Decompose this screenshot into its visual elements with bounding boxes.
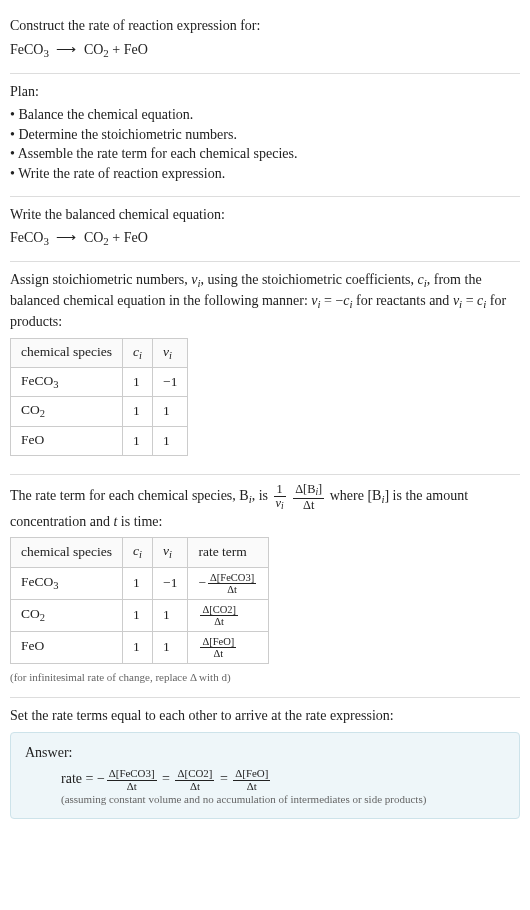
relation-1: νi = −ci [311,293,352,308]
sign: − [198,574,206,589]
col-nui: νi [153,538,188,567]
cell-ci: 1 [123,599,153,631]
equals: = [162,772,173,787]
reactant: FeCO3 [10,42,49,57]
cell-nui: −1 [153,368,188,397]
text: , is [252,489,272,504]
c-i: ci [418,272,427,287]
plan-item: Write the rate of reaction expression. [10,164,520,184]
balanced-equation: FeCO3 ⟶ CO2 + FeO [10,228,520,249]
table-row: FeO 1 1 Δ[FeO]Δt [11,631,269,663]
answer-box: Answer: rate = −Δ[FeCO3]Δt = Δ[CO2]Δt = … [10,732,520,819]
table-row: CO2 1 1 Δ[CO2]Δt [11,599,269,631]
intro-section: Construct the rate of reaction expressio… [10,8,520,74]
num: 1 [274,483,286,497]
dt: Δt [303,498,314,512]
table-row: FeO 1 1 [11,426,188,455]
answer-label: Answer: [25,743,505,763]
cell-ci: 1 [123,397,153,426]
text: , using the stoichiometric coefficients, [200,272,417,287]
frac: Δ[FeCO3]Δt [206,572,258,595]
cell-species: FeCO3 [11,368,123,397]
cell-species: CO2 [11,397,123,426]
neg-sign: − [97,772,105,787]
col-nui: νi [153,338,188,367]
product-1: CO2 [84,230,109,245]
name-sub: 3 [53,379,58,390]
reactant-sub: 3 [43,235,48,247]
table-header-row: chemical species ci νi rate term [11,538,269,567]
nu-sub: i [281,501,284,512]
text: is time: [117,514,162,529]
num: Δ[CO2] [175,768,214,780]
frac: Δ[CO2]Δt [198,604,240,627]
table-header-row: chemical species ci νi [11,338,188,367]
dconc: Δ[B [295,482,315,496]
reactant-name: FeCO [10,42,43,57]
balanced-section: Write the balanced chemical equation: Fe… [10,197,520,263]
cell-species: FeO [11,631,123,663]
final-heading: Set the rate terms equal to each other t… [10,706,520,726]
cell-ci: 1 [123,631,153,663]
cell-ci: 1 [123,368,153,397]
cell-nui: 1 [153,426,188,455]
cell-rate: −Δ[FeCO3]Δt [188,567,269,599]
ci-sub: i [139,349,142,360]
name: CO [21,402,40,417]
name: FeCO [21,574,53,589]
cell-species: FeO [11,426,123,455]
stoich-section: Assign stoichiometric numbers, νi, using… [10,262,520,475]
cell-ci: 1 [123,567,153,599]
relation-2: νi = ci [453,293,486,308]
rateterm-text: The rate term for each chemical species,… [10,483,520,531]
num: Δ[FeO] [233,768,270,780]
name: FeO [21,432,44,447]
plan-heading: Plan: [10,82,520,102]
name-sub: 2 [40,612,45,623]
cell-species: FeCO3 [11,567,123,599]
den: Δt [175,781,214,792]
plus: + [112,230,120,245]
rate-expression: rate = −Δ[FeCO3]Δt = Δ[CO2]Δt = Δ[FeO]Δt [25,768,505,792]
cell-rate: Δ[FeO]Δt [188,631,269,663]
reactant-name: FeCO [10,230,43,245]
eq: = − [321,293,344,308]
term-3: Δ[FeO]Δt [231,768,272,792]
product-1-sub: 2 [103,235,108,247]
plan-item: Determine the stoichiometric numbers. [10,125,520,145]
cell-rate: Δ[CO2]Δt [188,599,269,631]
table-row: CO2 1 1 [11,397,188,426]
den: Δt [200,616,238,627]
col-ci: ci [123,538,153,567]
arrow-icon: ⟶ [52,228,80,248]
term-2: Δ[CO2]Δt [173,768,216,792]
product-1-name: CO [84,42,103,57]
num: Δ[FeCO3] [107,768,157,780]
col-species: chemical species [11,538,123,567]
name-sub: 3 [53,580,58,591]
dconc-over-dt: Δ[Bi] Δt [291,483,326,511]
nui-sub: i [169,549,172,560]
num: Δ[Bi] [293,483,324,498]
num: Δ[FeCO3] [208,572,256,584]
stoich-table: chemical species ci νi FeCO3 1 −1 CO2 1 … [10,338,188,456]
text: for reactants and [353,293,453,308]
nui-sub: i [169,349,172,360]
plan-item: Balance the chemical equation. [10,105,520,125]
col-species: chemical species [11,338,123,367]
one-over-nu: 1 νi [272,483,288,511]
den: Δt [233,781,270,792]
rateterm-table: chemical species ci νi rate term FeCO3 1… [10,537,269,664]
final-section: Set the rate terms equal to each other t… [10,698,520,830]
product-1: CO2 [84,42,109,57]
frac: Δ[FeO]Δt [198,636,238,659]
reactant: FeCO3 [10,230,49,245]
cell-nui: 1 [153,631,188,663]
ci-sub: i [139,549,142,560]
eq: = [462,293,477,308]
product-1-name: CO [84,230,103,245]
close: ] [318,482,322,496]
text: where [B [330,489,382,504]
answer-note: (assuming constant volume and no accumul… [25,792,505,807]
arrow-icon: ⟶ [52,40,80,60]
